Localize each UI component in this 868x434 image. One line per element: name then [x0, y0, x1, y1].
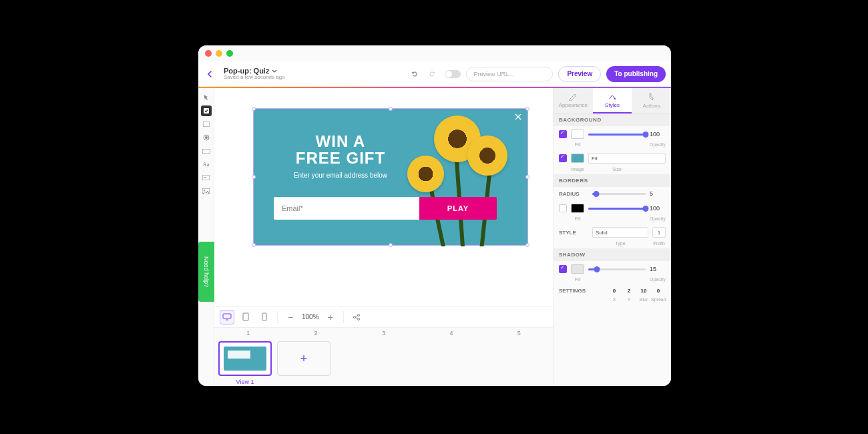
appearance-icon	[568, 93, 578, 101]
border-opacity-slider[interactable]	[588, 208, 646, 210]
tablet-icon	[242, 312, 249, 321]
svg-rect-9	[223, 314, 231, 318]
device-tablet[interactable]	[238, 310, 253, 324]
radio-icon	[203, 134, 210, 141]
shadow-fill-swatch[interactable]	[571, 264, 584, 274]
undo-button[interactable]	[409, 68, 421, 80]
style-label: STYLE	[559, 230, 588, 236]
svg-rect-4	[202, 149, 210, 154]
styles-icon	[608, 93, 617, 101]
zoom-value: 100%	[302, 313, 319, 320]
resize-handle-bl[interactable]	[252, 243, 256, 247]
popup-form: Email* PLAY	[274, 197, 497, 220]
border-style-select[interactable]: Solid	[592, 227, 648, 238]
popup-image	[394, 109, 527, 246]
rectangle-icon	[203, 122, 210, 127]
border-fill-swatch[interactable]	[571, 204, 584, 213]
resize-handle-ml[interactable]	[252, 175, 256, 179]
popup-email-input[interactable]: Email*	[274, 197, 419, 220]
popup-close-button[interactable]	[514, 113, 522, 121]
app-window: Pop-up: Quiz Saved a few seconds ago Pre…	[198, 45, 671, 386]
canvas-column: Need help?	[214, 88, 553, 386]
tool-rectangle[interactable]	[201, 119, 212, 130]
redo-icon	[428, 70, 436, 78]
share-icon	[353, 313, 361, 321]
publish-button[interactable]: To publishing	[606, 66, 666, 82]
bg-image-toggle[interactable]	[559, 154, 567, 162]
border-opacity-value: 100	[650, 205, 666, 212]
timeline-add-view[interactable]: +	[277, 341, 331, 376]
timeline-view-1[interactable]: View 1	[218, 341, 272, 385]
window-max-dot[interactable]	[226, 50, 233, 57]
preview-url-input[interactable]: Preview URL...	[466, 67, 553, 81]
shadow-spread[interactable]: 0	[651, 288, 666, 294]
zoom-out[interactable]: −	[283, 310, 298, 324]
section-shadow: SHADOW	[554, 248, 671, 261]
tool-cursor[interactable]	[201, 92, 212, 103]
popup-play-button[interactable]: PLAY	[419, 197, 497, 220]
tool-form[interactable]	[201, 172, 212, 183]
device-mobile[interactable]	[257, 310, 272, 324]
section-borders: BORDERS	[554, 174, 671, 187]
tool-container[interactable]	[201, 105, 212, 116]
close-icon	[514, 113, 522, 121]
form-icon	[202, 175, 210, 180]
shadow-blur[interactable]: 10	[636, 288, 651, 294]
tool-button[interactable]	[201, 146, 212, 156]
redo-button[interactable]	[426, 68, 438, 80]
shadow-settings-label: SETTINGS	[559, 288, 588, 294]
popup-headline-2: FREE GIFT	[274, 150, 407, 166]
timeline-view-label: View 1	[218, 376, 272, 385]
tool-circle[interactable]	[201, 132, 212, 143]
mobile-icon	[262, 312, 267, 321]
device-bar: − 100% +	[214, 306, 553, 327]
preview-toggle[interactable]	[445, 70, 461, 78]
check-square-icon	[203, 107, 210, 114]
bg-fill-swatch[interactable]	[571, 130, 584, 139]
shadow-y[interactable]: 2	[622, 288, 636, 294]
tab-styles[interactable]: Styles	[593, 88, 632, 114]
image-icon	[202, 188, 210, 194]
zoom-in[interactable]: +	[323, 310, 338, 324]
tab-appearance[interactable]: Appearance	[554, 88, 593, 114]
resize-handle-tc[interactable]	[389, 107, 393, 111]
tool-text[interactable]: Aa	[201, 159, 212, 170]
timeline-ruler: 1 2 3 4 5	[214, 328, 553, 339]
border-fill-toggle[interactable]	[559, 204, 567, 212]
device-desktop[interactable]	[220, 310, 234, 324]
border-radius-slider[interactable]	[592, 193, 646, 195]
popup-element[interactable]: WIN A FREE GIFT Enter your email address…	[253, 108, 528, 246]
tool-image[interactable]	[201, 186, 212, 196]
svg-rect-11	[243, 313, 248, 320]
window-min-dot[interactable]	[216, 50, 222, 57]
window-close-dot[interactable]	[205, 50, 212, 57]
actions-icon	[648, 92, 656, 101]
preview-button[interactable]: Preview	[558, 66, 601, 82]
border-radius-value: 5	[650, 190, 666, 197]
resize-handle-tl[interactable]	[252, 107, 256, 111]
bg-opacity-slider[interactable]	[588, 134, 646, 136]
back-button[interactable]	[204, 68, 216, 80]
bg-opacity-value: 100	[650, 131, 666, 138]
resize-handle-bc[interactable]	[389, 243, 393, 247]
button-icon	[202, 149, 210, 154]
timeline: 1 2 3 4 5 View 1 +	[214, 327, 553, 386]
desktop-icon	[222, 313, 232, 320]
shadow-toggle[interactable]	[559, 265, 567, 273]
bg-size-select[interactable]: Fit	[588, 153, 666, 164]
bg-fill-toggle[interactable]	[559, 130, 567, 138]
shadow-x[interactable]: 0	[607, 288, 622, 294]
canvas[interactable]: WIN A FREE GIFT Enter your email address…	[214, 88, 553, 306]
svg-point-3	[205, 136, 208, 139]
cursor-icon	[203, 94, 210, 101]
chevron-left-icon	[207, 71, 212, 77]
border-width-value[interactable]: 1	[652, 227, 666, 238]
bg-image-swatch[interactable]	[571, 154, 584, 163]
help-tab[interactable]: Need help?	[198, 242, 214, 302]
svg-line-16	[355, 315, 358, 316]
shadow-opacity-slider[interactable]	[588, 268, 646, 270]
share-button[interactable]	[349, 310, 364, 324]
header: Pop-up: Quiz Saved a few seconds ago Pre…	[198, 61, 671, 87]
titlebar	[198, 45, 671, 61]
tab-actions[interactable]: Actions	[632, 88, 671, 114]
